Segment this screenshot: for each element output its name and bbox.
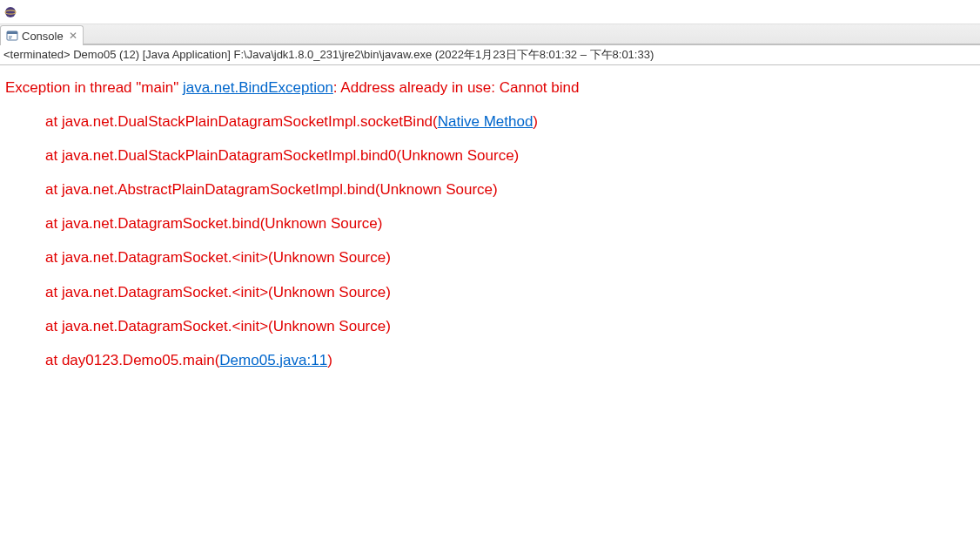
exception-class-link[interactable]: java.net.BindException: [183, 79, 333, 96]
console-output[interactable]: Exception in thread "main" java.net.Bind…: [0, 65, 980, 382]
exception-message: : Address already in use: Cannot bind: [333, 79, 580, 96]
eclipse-icon: [3, 5, 17, 19]
stack-frame-text: at java.net.DatagramSocket.bind(Unknown …: [45, 215, 382, 232]
stack-frame: at java.net.DatagramSocket.bind(Unknown …: [3, 206, 977, 240]
stack-frame: at java.net.DualStackPlainDatagramSocket…: [3, 138, 977, 172]
window-titlebar: [0, 0, 980, 24]
process-status-line: <terminated> Demo05 (12) [Java Applicati…: [0, 45, 980, 65]
exec-path: F:\Java\jdk1.8.0_231\jre2\bin\javaw.exe: [234, 48, 433, 61]
stack-frame: at java.net.AbstractPlainDatagramSocketI…: [3, 172, 977, 206]
terminated-prefix: <terminated>: [3, 48, 70, 61]
exception-prefix: Exception in thread "main": [5, 79, 183, 96]
run-config-name: Demo05 (12) [Java Application]: [73, 48, 231, 61]
stack-frame-text-post: ): [533, 113, 538, 130]
stack-frame: at java.net.DatagramSocket.<init>(Unknow…: [3, 309, 977, 343]
svg-rect-3: [7, 31, 17, 34]
tab-close-icon[interactable]: ✕: [69, 30, 77, 42]
stack-frame-text: at java.net.DatagramSocket.<init>(Unknow…: [45, 249, 391, 266]
console-icon: [6, 30, 18, 42]
stack-frame-link[interactable]: Demo05.java:11: [219, 352, 327, 368]
stack-frame-link[interactable]: Native Method: [438, 113, 534, 130]
tab-label: Console: [22, 30, 64, 43]
tab-console[interactable]: Console ✕: [0, 25, 84, 45]
exception-line: Exception in thread "main" java.net.Bind…: [3, 71, 977, 105]
stack-frame: at java.net.DualStackPlainDatagramSocket…: [3, 105, 977, 138]
tab-bar-remainder: [84, 24, 980, 44]
tab-bar: Console ✕: [0, 24, 980, 45]
stack-frame-text: at java.net.DatagramSocket.<init>(Unknow…: [45, 318, 391, 334]
stack-frame: at java.net.DatagramSocket.<init>(Unknow…: [3, 240, 977, 274]
stack-frame-text: at java.net.AbstractPlainDatagramSocketI…: [45, 181, 498, 198]
stack-frame-text: at java.net.DualStackPlainDatagramSocket…: [45, 147, 519, 164]
stack-frame-text: at java.net.DualStackPlainDatagramSocket…: [45, 113, 438, 130]
stack-frame: at day0123.Demo05.main(Demo05.java:11): [3, 343, 977, 377]
stack-frame-text-post: ): [327, 352, 332, 368]
run-time: (2022年1月23日下午8:01:32 – 下午8:01:33): [435, 48, 654, 61]
stack-frame: at java.net.DatagramSocket.<init>(Unknow…: [3, 275, 977, 309]
svg-point-0: [5, 7, 16, 17]
stack-frame-text: at day0123.Demo05.main(: [45, 352, 219, 368]
stack-frame-text: at java.net.DatagramSocket.<init>(Unknow…: [45, 284, 391, 301]
